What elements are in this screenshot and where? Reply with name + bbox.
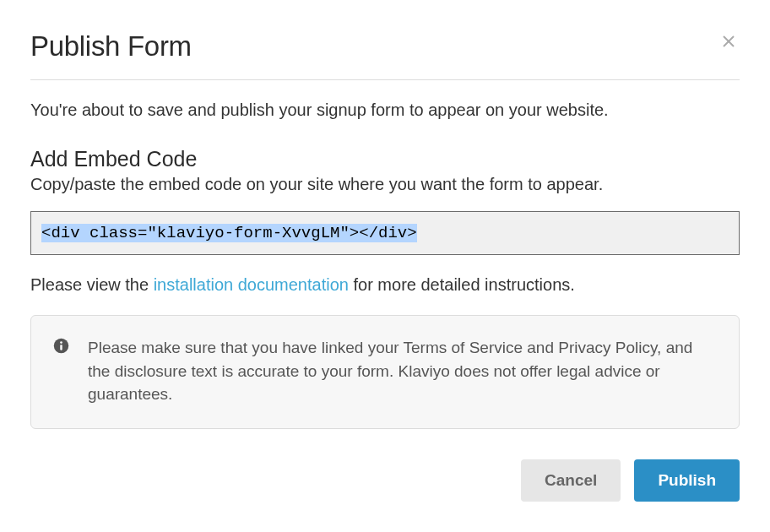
svg-rect-4 [60, 345, 62, 350]
modal-title: Publish Form [30, 30, 192, 62]
cancel-button[interactable]: Cancel [521, 459, 621, 502]
embed-code-box[interactable]: <div class="klaviyo-form-XvvgLM"></div> [30, 211, 740, 255]
docs-prefix: Please view the [30, 275, 154, 294]
notice-box: Please make sure that you have linked yo… [30, 315, 740, 429]
notice-text: Please make sure that you have linked yo… [88, 336, 717, 406]
embed-code-text: <div class="klaviyo-form-XvvgLM"></div> [41, 224, 417, 242]
publish-form-modal: Publish Form You're about to save and pu… [0, 0, 770, 532]
svg-point-3 [60, 341, 62, 344]
modal-header: Publish Form [30, 30, 740, 80]
intro-text: You're about to save and publish your si… [30, 100, 740, 120]
publish-button[interactable]: Publish [634, 459, 740, 502]
info-icon [53, 338, 69, 354]
button-row: Cancel Publish [30, 459, 740, 502]
embed-heading: Add Embed Code [30, 147, 740, 171]
docs-suffix: for more detailed instructions. [349, 275, 575, 294]
close-icon [721, 39, 736, 52]
embed-subtext: Copy/paste the embed code on your site w… [30, 175, 740, 194]
docs-line: Please view the installation documentati… [30, 275, 740, 295]
docs-link[interactable]: installation documentation [154, 275, 349, 294]
close-button[interactable] [718, 30, 740, 52]
